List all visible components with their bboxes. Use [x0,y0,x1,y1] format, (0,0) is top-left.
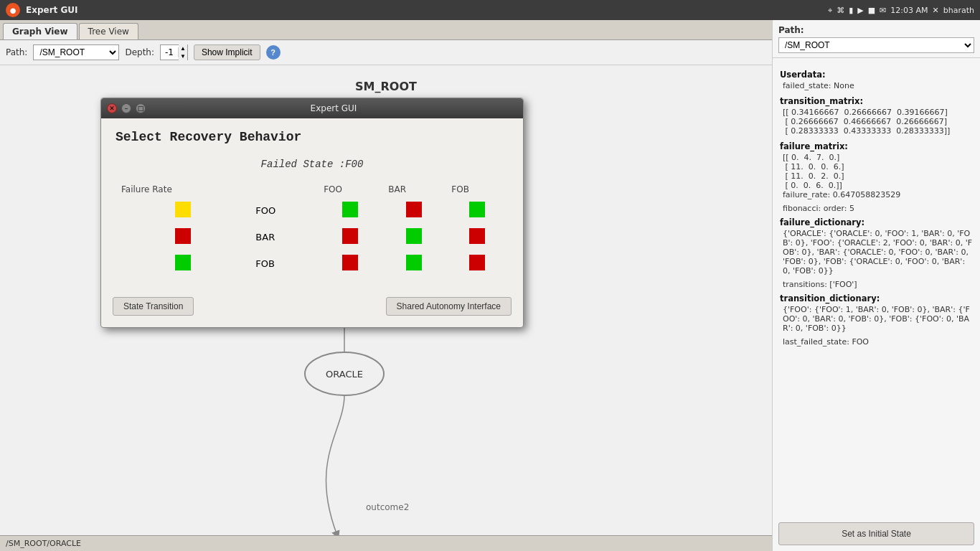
foo-cell [318,250,382,277]
fob-header: FOB [446,182,509,197]
transition-matrix-label: transition_matrix: [780,96,973,106]
close-icon: ✕ [933,6,939,15]
depth-value: -1 [161,47,179,57]
status-path: /SM_ROOT/ORACLE [6,539,81,548]
tab-bar: Graph View Tree View [0,20,772,40]
failure-rate-header: Failure Rate [116,182,250,197]
rate-color-box [175,228,191,244]
depth-down-button[interactable]: ▼ [179,52,187,60]
bar-header: BAR [382,182,446,197]
last-failed-value: last_failed_state: FOO [783,337,973,347]
bar-color-box [406,255,422,270]
foo-header: FOO [318,182,382,197]
dialog-overlay: ✕ – □ Expert GUI Select Recovery Behavio… [0,65,772,551]
main-layout: Graph View Tree View Path: /SM_ROOT Dept… [0,20,980,551]
wifi-icon: ⌘ [837,6,844,15]
dialog-content: Select Recovery Behavior Failed State :F… [101,118,523,288]
right-path-select[interactable]: /SM_ROOT [778,37,974,53]
sound-icon: ▶ [857,6,863,15]
row-name-cell: FOB [250,250,318,277]
dialog-heading: Select Recovery Behavior [116,130,509,144]
path-label: Path: [6,47,27,57]
failure-rate-value: failure_rate: 0.647058823529 [783,190,973,199]
right-panel-content: Userdata: failed_state: None transition_… [773,58,980,517]
fibonacci-value: fibonacci: order: 5 [783,204,973,213]
right-panel: Path: /SM_ROOT Userdata: failed_state: N… [772,20,980,551]
foo-color-box [342,202,358,217]
bar-color-box [406,228,422,244]
network-icon: ■ [868,6,875,15]
fob-cell [446,250,509,277]
rate-cell [116,224,250,250]
graph-area: SM_ROOT ORACLE outcome2 [0,65,772,551]
depth-label: Depth: [125,47,154,57]
taskbar: ● Expert GUI ⌖ ⌘ ▮ ▶ ■ ✉ 12:03 AM ✕ bhar… [0,0,980,20]
failure-matrix-value: [[ 0. 4. 7. 0.] [ 11. 0. 0. 6.] [ 11. 0.… [783,153,973,190]
dialog-titlebar: ✕ – □ Expert GUI [101,98,523,118]
foo-color-box [342,228,358,244]
bar-cell [382,197,446,224]
show-implicit-button[interactable]: Show Implicit [194,44,260,60]
state-transition-button[interactable]: State Transition [113,297,194,316]
rate-color-box [175,255,191,270]
failed-state-label: Failed State :F00 [116,159,509,170]
left-panel: Graph View Tree View Path: /SM_ROOT Dept… [0,20,772,551]
username: bharath [943,6,974,15]
bar-cell [382,250,446,277]
failed-state-value: failed_state: None [783,81,973,90]
path-select[interactable]: /SM_ROOT [33,44,119,60]
table-row[interactable]: BAR [116,224,509,250]
email-icon: ✉ [880,6,886,15]
foo-cell [318,224,382,250]
rate-cell [116,250,250,277]
fob-cell [446,197,509,224]
help-button[interactable]: ? [266,45,281,60]
failure-matrix-label: failure_matrix: [780,141,973,151]
bluetooth-icon: ⌖ [828,6,832,15]
transition-dict-label: transition_dictionary: [780,293,973,303]
dialog-close-button[interactable]: ✕ [107,103,117,113]
dialog-maximize-button[interactable]: □ [136,103,146,113]
right-path-section: Path: /SM_ROOT [773,20,980,58]
fob-color-box [469,202,485,217]
app-title: Expert GUI [26,5,822,15]
clock: 12:03 AM [890,6,928,15]
shared-autonomy-button[interactable]: Shared Autonomy Interface [386,297,512,316]
failure-dict-label: failure_dictionary: [780,217,973,227]
failure-dict-value: {'ORACLE': {'ORACLE': 0, 'FOO': 1, 'BAR'… [783,229,973,276]
tab-tree-view[interactable]: Tree View [79,23,138,39]
depth-control: -1 ▲ ▼ [160,44,188,60]
bar-cell [382,224,446,250]
recovery-dialog: ✕ – □ Expert GUI Select Recovery Behavio… [100,98,524,328]
depth-up-button[interactable]: ▲ [179,44,187,52]
status-bar: /SM_ROOT/ORACLE [0,535,772,551]
row-name-header [250,182,318,197]
foo-color-box [342,255,358,270]
tab-graph-view[interactable]: Graph View [3,23,77,39]
table-row[interactable]: FOB [116,250,509,277]
toolbar: Path: /SM_ROOT Depth: -1 ▲ ▼ Show Implic… [0,40,772,65]
fob-color-box [469,228,485,244]
transition-dict-value: {'FOO': {'FOO': 1, 'BAR': 0, 'FOB': 0}, … [783,305,973,333]
table-row[interactable]: FOO [116,197,509,224]
system-tray: ⌖ ⌘ ▮ ▶ ■ ✉ 12:03 AM ✕ bharath [828,6,974,15]
dialog-minimize-button[interactable]: – [121,103,131,113]
transition-matrix-value: [[ 0.34166667 0.26666667 0.39166667] [ 0… [783,108,973,136]
foo-cell [318,197,382,224]
rate-cell [116,197,250,224]
right-path-label: Path: [778,25,804,35]
dialog-title: Expert GUI [150,103,517,113]
fob-color-box [469,255,485,270]
row-name-cell: BAR [250,224,318,250]
userdata-label: Userdata: [780,70,973,80]
bar-color-box [406,202,422,217]
ubuntu-logo-icon[interactable]: ● [6,3,20,17]
rate-color-box [175,202,191,217]
transitions-value: transitions: ['FOO'] [783,280,973,289]
set-initial-state-button[interactable]: Set as Initial State [778,522,974,545]
depth-arrows: ▲ ▼ [179,44,187,60]
recovery-table: Failure Rate FOO BAR FOB FOO [116,182,509,277]
fob-cell [446,224,509,250]
row-name-cell: FOO [250,197,318,224]
dialog-footer: State Transition Shared Autonomy Interfa… [101,288,523,327]
